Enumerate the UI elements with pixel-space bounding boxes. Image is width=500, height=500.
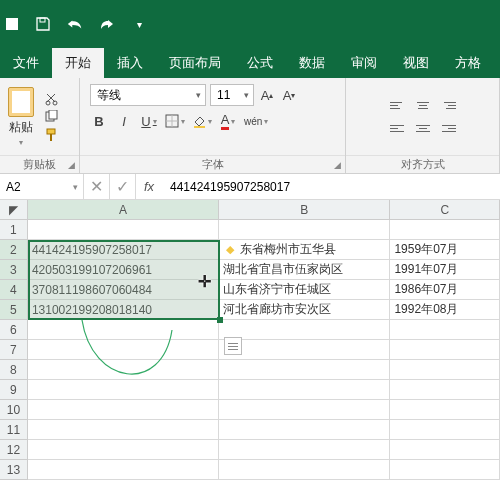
tab-layout[interactable]: 页面布局 <box>156 48 234 78</box>
format-painter-icon[interactable] <box>44 128 60 142</box>
cell[interactable]: 1992年08月 <box>390 300 500 320</box>
align-top-right[interactable] <box>436 95 456 115</box>
row-header[interactable]: 3 <box>0 260 28 280</box>
cell[interactable] <box>28 440 219 460</box>
row-header[interactable]: 10 <box>0 400 28 420</box>
cell[interactable] <box>390 420 500 440</box>
dialog-launcher-icon[interactable]: ◢ <box>68 160 75 170</box>
cell[interactable] <box>219 420 390 440</box>
select-all-corner[interactable]: ◤ <box>0 200 28 219</box>
row-header[interactable]: 13 <box>0 460 28 480</box>
cell[interactable]: 441424195907258017 <box>28 240 219 260</box>
worksheet-grid[interactable]: ◤ A B C 12441424195907258017东省梅州市五华县1959… <box>0 200 500 480</box>
fill-color-button[interactable] <box>192 111 212 131</box>
undo-icon[interactable] <box>66 15 84 33</box>
row-header[interactable]: 5 <box>0 300 28 320</box>
cell[interactable] <box>28 420 219 440</box>
cell[interactable] <box>390 320 500 340</box>
align-center[interactable] <box>413 118 433 138</box>
cell[interactable]: 1986年07月 <box>390 280 500 300</box>
italic-button[interactable]: I <box>115 111 133 131</box>
cell[interactable] <box>28 340 219 360</box>
row-header[interactable]: 12 <box>0 440 28 460</box>
save-icon[interactable] <box>34 15 52 33</box>
tab-insert[interactable]: 插入 <box>104 48 156 78</box>
cell[interactable] <box>28 320 219 340</box>
align-left[interactable] <box>390 118 410 138</box>
underline-button[interactable]: U <box>140 111 158 131</box>
cell[interactable]: 东省梅州市五华县 <box>219 240 390 260</box>
cell[interactable]: 420503199107206961 <box>28 260 219 280</box>
cell[interactable]: 1959年07月 <box>390 240 500 260</box>
paste-button[interactable]: 粘贴 ▾ <box>8 87 34 147</box>
redo-icon[interactable] <box>98 15 116 33</box>
cancel-icon[interactable]: ✕ <box>84 174 110 199</box>
font-size-select[interactable]: 11 <box>210 84 254 106</box>
tab-home[interactable]: 开始 <box>52 48 104 78</box>
cell[interactable] <box>219 220 390 240</box>
row-header[interactable]: 8 <box>0 360 28 380</box>
cell[interactable] <box>219 440 390 460</box>
tab-data[interactable]: 数据 <box>286 48 338 78</box>
formula-input[interactable] <box>162 174 500 199</box>
row-header[interactable]: 4 <box>0 280 28 300</box>
cell[interactable]: 河北省廊坊市安次区 <box>219 300 390 320</box>
tab-view[interactable]: 视图 <box>390 48 442 78</box>
cell[interactable]: 131002199208018140 <box>28 300 219 320</box>
bold-button[interactable]: B <box>90 111 108 131</box>
cut-icon[interactable] <box>44 92 60 106</box>
cell[interactable] <box>28 220 219 240</box>
cell[interactable] <box>219 340 390 360</box>
cell[interactable]: 山东省济宁市任城区 <box>219 280 390 300</box>
cell[interactable] <box>219 320 390 340</box>
cell[interactable] <box>28 460 219 480</box>
align-top-left[interactable] <box>390 95 410 115</box>
cell[interactable]: 1991年07月 <box>390 260 500 280</box>
cell[interactable] <box>390 440 500 460</box>
tab-file[interactable]: 文件 <box>0 48 52 78</box>
cell[interactable] <box>390 220 500 240</box>
cell[interactable]: 湖北省宜昌市伍家岗区 <box>219 260 390 280</box>
col-header-A[interactable]: A <box>28 200 219 219</box>
tab-formulas[interactable]: 公式 <box>234 48 286 78</box>
col-header-B[interactable]: B <box>219 200 390 219</box>
tab-addins[interactable]: 方格 <box>442 48 494 78</box>
cell[interactable] <box>28 400 219 420</box>
error-indicator-icon[interactable] <box>223 243 237 257</box>
smart-tag-icon[interactable] <box>224 337 242 355</box>
row-header[interactable]: 2 <box>0 240 28 260</box>
row-header[interactable]: 11 <box>0 420 28 440</box>
cell[interactable]: 370811198607060484 <box>28 280 219 300</box>
phonetic-button[interactable]: wén <box>244 111 268 131</box>
cell[interactable] <box>219 380 390 400</box>
cell[interactable] <box>219 360 390 380</box>
cell[interactable] <box>390 400 500 420</box>
borders-button[interactable] <box>165 111 185 131</box>
row-header[interactable]: 9 <box>0 380 28 400</box>
row-header[interactable]: 1 <box>0 220 28 240</box>
row-header[interactable]: 7 <box>0 340 28 360</box>
shrink-font-icon[interactable]: A▾ <box>280 84 298 106</box>
cell[interactable] <box>219 400 390 420</box>
copy-icon[interactable] <box>44 110 60 124</box>
dialog-launcher-icon[interactable]: ◢ <box>334 160 341 170</box>
align-top-center[interactable] <box>413 95 433 115</box>
cell[interactable] <box>390 380 500 400</box>
cell[interactable] <box>219 460 390 480</box>
font-color-button[interactable]: A <box>219 111 237 131</box>
cell[interactable] <box>390 340 500 360</box>
tab-review[interactable]: 审阅 <box>338 48 390 78</box>
fx-icon[interactable]: fx <box>136 174 162 199</box>
name-box[interactable]: A2 <box>0 174 84 199</box>
align-right[interactable] <box>436 118 456 138</box>
row-header[interactable]: 6 <box>0 320 28 340</box>
cell[interactable] <box>390 460 500 480</box>
qat-customize-icon[interactable]: ▾ <box>130 15 148 33</box>
col-header-C[interactable]: C <box>390 200 500 219</box>
cell[interactable] <box>390 360 500 380</box>
font-name-select[interactable]: 等线 <box>90 84 206 106</box>
fill-handle[interactable] <box>217 317 223 323</box>
cell[interactable] <box>28 360 219 380</box>
confirm-icon[interactable]: ✓ <box>110 174 136 199</box>
grow-font-icon[interactable]: A▴ <box>258 84 276 106</box>
